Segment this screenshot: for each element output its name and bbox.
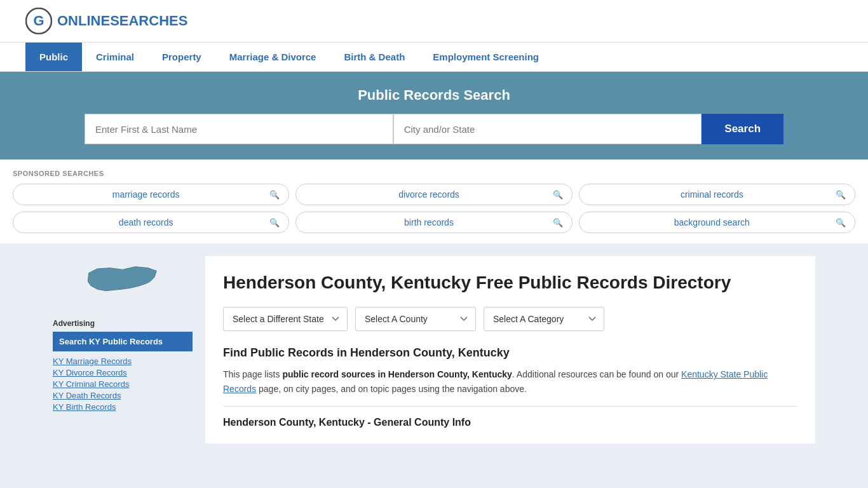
sponsored-pill-background[interactable]: background search 🔍 — [579, 212, 855, 233]
search-banner-title: Public Records Search — [25, 87, 843, 104]
main-content: Henderson County, Kentucky Free Public R… — [205, 256, 815, 444]
nav-item-employment[interactable]: Employment Screening — [419, 43, 553, 71]
county-dropdown[interactable]: Select A County — [355, 307, 476, 331]
desc-intro: This page lists — [223, 369, 282, 379]
sponsored-pill-marriage-text: marriage records — [22, 189, 269, 200]
section-divider — [223, 406, 797, 407]
search-banner: Public Records Search Search — [0, 72, 868, 159]
content-wrapper: Advertising Search KY Public Records KY … — [53, 243, 815, 456]
sidebar-link-marriage[interactable]: KY Marriage Records — [53, 356, 193, 366]
sponsored-inner: SPONSORED SEARCHES marriage records 🔍 di… — [0, 159, 868, 243]
sidebar-link-birth[interactable]: KY Birth Records — [53, 402, 193, 412]
sponsored-pill-death[interactable]: death records 🔍 — [13, 212, 289, 233]
sponsored-section: SPONSORED SEARCHES marriage records 🔍 di… — [0, 159, 868, 243]
search-icon-3: 🔍 — [269, 218, 280, 227]
sidebar: Advertising Search KY Public Records KY … — [53, 256, 193, 444]
search-icon-5: 🔍 — [836, 218, 846, 227]
sponsored-pill-death-text: death records — [22, 217, 269, 227]
state-map-container — [53, 256, 193, 309]
find-title: Find Public Records in Henderson County,… — [223, 346, 797, 360]
search-form: Search — [85, 114, 783, 144]
search-icon-0: 🔍 — [269, 190, 280, 200]
sponsored-pill-divorce[interactable]: divorce records 🔍 — [295, 184, 572, 205]
kentucky-map-icon — [85, 256, 161, 307]
section-subtitle: Henderson County, Kentucky - General Cou… — [223, 417, 797, 428]
sponsored-pill-background-text: background search — [588, 217, 836, 227]
sidebar-links: KY Marriage Records KY Divorce Records K… — [53, 356, 193, 412]
search-icon-4: 🔍 — [553, 218, 563, 227]
logo-text: ONLINESEARCHES — [57, 13, 187, 29]
nav-item-marriage-divorce[interactable]: Marriage & Divorce — [215, 43, 330, 71]
nav-item-public[interactable]: Public — [25, 43, 82, 71]
state-dropdown[interactable]: Select a Different State — [223, 307, 348, 331]
sponsored-pill-criminal-text: criminal records — [588, 189, 836, 200]
category-dropdown[interactable]: Select A Category — [484, 307, 604, 331]
sponsored-pill-birth[interactable]: birth records 🔍 — [295, 212, 572, 233]
search-button[interactable]: Search — [702, 114, 783, 144]
sponsored-pill-marriage[interactable]: marriage records 🔍 — [13, 184, 289, 205]
nav-item-criminal[interactable]: Criminal — [82, 43, 148, 71]
dropdown-row: Select a Different State Select A County… — [223, 307, 797, 331]
sponsored-pill-divorce-text: divorce records — [305, 189, 552, 200]
nav-item-property[interactable]: Property — [148, 43, 215, 71]
desc-bold: public record sources in Henderson Count… — [282, 369, 512, 379]
description-text: This page lists public record sources in… — [223, 367, 797, 396]
svg-text:G: G — [33, 13, 44, 29]
search-icon-1: 🔍 — [553, 190, 563, 200]
sidebar-link-criminal[interactable]: KY Criminal Records — [53, 379, 193, 389]
nav-item-birth-death[interactable]: Birth & Death — [330, 43, 419, 71]
sponsored-pill-birth-text: birth records — [305, 217, 552, 227]
search-icon-2: 🔍 — [836, 190, 846, 200]
sidebar-ad-label: Advertising — [53, 319, 193, 328]
sponsored-grid: marriage records 🔍 divorce records 🔍 cri… — [13, 184, 855, 233]
main-container: Advertising Search KY Public Records KY … — [40, 243, 828, 456]
sponsored-pill-criminal[interactable]: criminal records 🔍 — [579, 184, 855, 205]
desc-end: page, on city pages, and on topic pages … — [256, 384, 527, 394]
sidebar-link-divorce[interactable]: KY Divorce Records — [53, 368, 193, 377]
main-nav: Public Criminal Property Marriage & Divo… — [0, 43, 868, 72]
name-input[interactable] — [85, 114, 393, 144]
logo-icon: G — [25, 8, 52, 34]
logo: G ONLINESEARCHES — [25, 8, 187, 34]
sidebar-link-death[interactable]: KY Death Records — [53, 391, 193, 400]
location-input[interactable] — [393, 114, 702, 144]
page-title: Henderson County, Kentucky Free Public R… — [223, 271, 797, 294]
sidebar-ad-highlight[interactable]: Search KY Public Records — [53, 332, 193, 351]
sponsored-label: SPONSORED SEARCHES — [13, 170, 855, 177]
header: G ONLINESEARCHES — [0, 0, 868, 43]
desc-mid: . Additional resources can be found on o… — [512, 369, 681, 379]
